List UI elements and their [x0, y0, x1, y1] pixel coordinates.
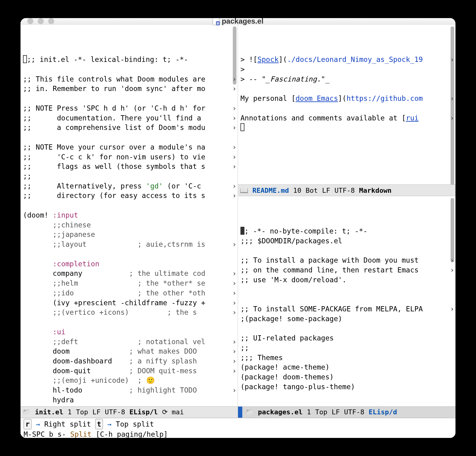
- code-line[interactable]: ;;(vertico +icons) ; the s: [23, 308, 238, 317]
- code-line[interactable]: ;;; $DOOMDIR/packages.el: [240, 236, 455, 246]
- key-r[interactable]: r: [24, 419, 32, 429]
- code-line[interactable]: ;; UI-related packages: [240, 333, 455, 343]
- vcs-icon: mai: [162, 408, 184, 416]
- minibuffer[interactable]: r → Right split t → Top split M-SPC b s-…: [21, 418, 455, 438]
- code-line[interactable]: :ui: [23, 327, 238, 337]
- buffer-name: packages.el: [258, 408, 303, 416]
- active-indicator: [238, 407, 254, 418]
- major-mode: ELisp/d: [368, 408, 397, 416]
- code-line[interactable]: ;;chinese: [23, 220, 238, 230]
- titlebar[interactable]: packages.el: [21, 18, 455, 25]
- code-line[interactable]: doom-quit ; DOOM quit-mess: [23, 366, 238, 376]
- code-line[interactable]: (package! tango-plus-theme): [240, 382, 455, 392]
- code-line[interactable]: :completion: [23, 259, 238, 269]
- code-line[interactable]: Annotations and comments available at [r…: [240, 113, 455, 123]
- hint-top-split: Top split: [116, 420, 154, 428]
- code-line[interactable]: ;; flags as well (those symbols that s: [23, 162, 238, 172]
- which-key-prompt: M-SPC b s- Split [C-h paging/help]: [24, 429, 452, 438]
- hint-right-split: Right split: [44, 420, 91, 428]
- code-line[interactable]: hydra: [23, 395, 238, 405]
- code-line[interactable]: (doom! :input: [23, 211, 238, 220]
- code-line[interactable]: doom-dashboard ; a nifty splash: [23, 356, 238, 366]
- code-line[interactable]: ;; This file controls what Doom modules …: [23, 74, 238, 84]
- code-line[interactable]: ;;helm ; the *other* se: [23, 279, 238, 288]
- code-line[interactable]: [240, 324, 455, 334]
- code-line[interactable]: doom ; what makes DOO: [23, 347, 238, 356]
- modeline-packages[interactable]: packages.el 1 Top LF UTF-8 ELisp/d: [238, 406, 455, 418]
- code-line[interactable]: (ivy +prescient -childframe -fuzzy +: [23, 298, 238, 308]
- eol: LF: [332, 408, 340, 416]
- code-line[interactable]: [240, 84, 455, 94]
- code-line[interactable]: ;; NOTE Press 'SPC h d h' (or 'C-h d h' …: [23, 104, 238, 113]
- code-line[interactable]: ;; use 'M-x doom/reload'.: [240, 275, 455, 285]
- hydra-title: Split: [70, 430, 91, 438]
- major-mode: Markdown: [359, 187, 391, 194]
- buffer-name: init.el: [35, 408, 63, 416]
- code-line[interactable]: ;; NOTE Move your cursor over a module's…: [23, 142, 238, 152]
- code-line[interactable]: ;;japanese: [23, 230, 238, 240]
- code-line[interactable]: ;; To install SOME-PACKAGE from MELPA, E…: [240, 304, 455, 314]
- code-line[interactable]: > ![Spock](./docs/Leonard_Nimoy_as_Spock…: [240, 55, 455, 65]
- code-line[interactable]: [240, 246, 455, 256]
- code-line[interactable]: My personal [doom Emacs](https://github.…: [240, 94, 455, 104]
- hydra-hints: r → Right split t → Top split: [24, 419, 452, 429]
- file-icon: [213, 18, 219, 25]
- code-line[interactable]: ;; documentation. There you'll find a: [23, 113, 238, 123]
- code-line[interactable]: ;;: [23, 172, 238, 181]
- line-pos: 10: [293, 187, 301, 194]
- buffer-name: README.md: [252, 187, 289, 194]
- folder-icon: [245, 408, 254, 416]
- scroll-pos: Top: [315, 408, 327, 416]
- code-line[interactable]: [23, 249, 238, 259]
- code-line[interactable]: hl-todo ; highlight TODO: [23, 386, 238, 395]
- init-el-buffer[interactable]: ;; init.el -*- lexical-binding: t; -*- ;…: [21, 25, 238, 406]
- eol: LF: [322, 187, 330, 194]
- code-line[interactable]: [23, 317, 238, 327]
- eol: LF: [93, 408, 101, 416]
- major-mode: ELisp/l: [129, 408, 158, 416]
- code-line[interactable]: [23, 133, 238, 142]
- code-line[interactable]: ;; in. Remember to run 'doom sync' after…: [23, 84, 238, 94]
- encoding: UTF-8: [334, 187, 355, 194]
- code-line[interactable]: [23, 65, 238, 74]
- readme-buffer[interactable]: > ![Spock](./docs/Leonard_Nimoy_as_Spock…: [238, 25, 455, 184]
- code-line[interactable]: ; -*- no-byte-compile: t; -*-: [240, 226, 455, 236]
- code-line[interactable]: ;; Alternatively, press 'gd' (or 'C-c: [23, 181, 238, 191]
- code-line[interactable]: ;;(emoji +unicode) ; 🙂: [23, 376, 238, 386]
- code-line[interactable]: company ; the ultimate cod: [23, 269, 238, 279]
- code-line[interactable]: ;;: [240, 343, 455, 353]
- code-line[interactable]: [240, 123, 455, 133]
- code-line[interactable]: ;; 'C-c c k' for non-vim users) to vie: [23, 152, 238, 162]
- code-line[interactable]: (package! doom-themes): [240, 372, 455, 382]
- code-line[interactable]: ;;ido ; the other *oth: [23, 288, 238, 298]
- workspace: ;; init.el -*- lexical-binding: t; -*- ;…: [21, 25, 455, 418]
- modeline-readme[interactable]: README.md 10 Bot LF UTF-8 Markdown: [238, 184, 455, 196]
- code-line[interactable]: ;; directory (for easy access to its s: [23, 191, 238, 201]
- code-line[interactable]: [240, 294, 455, 304]
- code-line[interactable]: ;;deft ; notational vel: [23, 337, 238, 347]
- code-line[interactable]: >: [240, 65, 455, 74]
- modeline-init[interactable]: init.el 1 Top LF UTF-8 ELisp/l mai: [21, 406, 238, 418]
- code-line[interactable]: [240, 285, 455, 295]
- code-line[interactable]: [23, 201, 238, 211]
- code-line[interactable]: ;; init.el -*- lexical-binding: t; -*-: [23, 55, 238, 65]
- help-hint: [C-h paging/help]: [92, 430, 168, 438]
- code-line[interactable]: ;;layout ; auie,ctsrnm is: [23, 240, 238, 249]
- book-icon: [240, 187, 248, 194]
- code-line[interactable]: ;; To install a package with Doom you mu…: [240, 256, 455, 265]
- packages-buffer[interactable]: ; -*- no-byte-compile: t; -*-;;; $DOOMDI…: [238, 196, 455, 406]
- packages-pane: ; -*- no-byte-compile: t; -*-;;; $DOOMDI…: [238, 196, 455, 418]
- code-line[interactable]: ;;; Themes: [240, 353, 455, 363]
- code-line[interactable]: [240, 104, 455, 113]
- encoding: UTF-8: [105, 408, 125, 416]
- encoding: UTF-8: [344, 408, 364, 416]
- code-line[interactable]: (package! acme-theme): [240, 363, 455, 372]
- key-t[interactable]: t: [95, 419, 103, 429]
- left-pane: ;; init.el -*- lexical-binding: t; -*- ;…: [21, 25, 238, 418]
- code-line[interactable]: ;(package! some-package): [240, 314, 455, 324]
- line-pos: 1: [68, 408, 72, 416]
- code-line[interactable]: > -- "_Fascinating."_: [240, 74, 455, 84]
- code-line[interactable]: ;; on the command line, then restart Ema…: [240, 265, 455, 275]
- code-line[interactable]: ;; a comprehensive list of Doom's modu: [23, 123, 238, 133]
- code-line[interactable]: [23, 94, 238, 104]
